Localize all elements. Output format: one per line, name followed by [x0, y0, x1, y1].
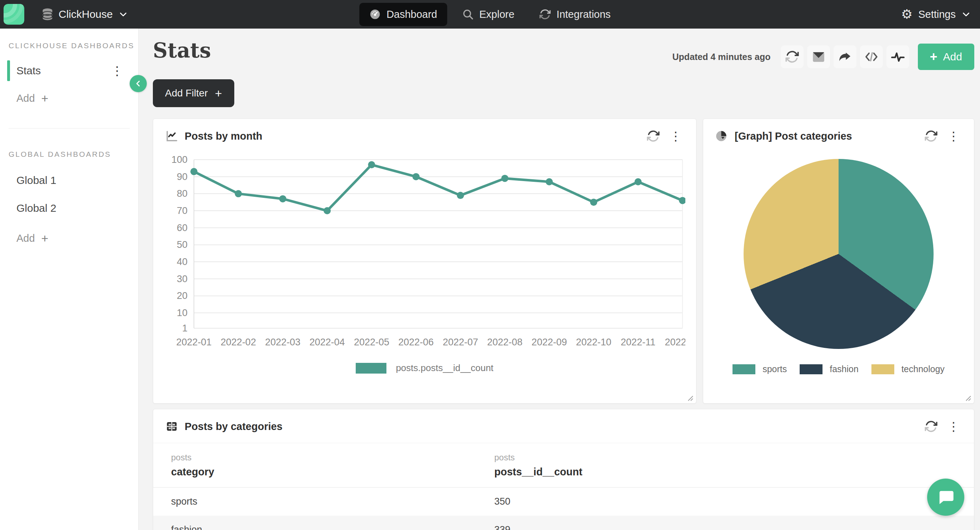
database-icon: [42, 8, 53, 21]
email-dashboard-button[interactable]: [807, 45, 830, 68]
sidebar-add-global-dashboard-button[interactable]: Add +: [0, 231, 138, 245]
column-group: posts: [494, 452, 974, 463]
settings-label: Settings: [918, 9, 956, 21]
activity-button[interactable]: [886, 45, 909, 68]
active-indicator: [7, 60, 10, 81]
svg-text:1: 1: [182, 323, 188, 334]
legend-swatch: [356, 363, 387, 374]
settings-menu[interactable]: ⚙ Settings: [901, 8, 971, 21]
app-logo[interactable]: [3, 4, 24, 25]
card-post-categories: [Graph] Post categories ⋮: [703, 119, 974, 404]
svg-text:2022-08: 2022-08: [487, 337, 522, 347]
legend-item-fashion: fashion: [800, 364, 859, 374]
svg-text:20: 20: [177, 290, 188, 301]
plus-icon: +: [930, 49, 937, 64]
tab-explore-label: Explore: [479, 9, 514, 21]
svg-text:2022-11: 2022-11: [621, 337, 655, 347]
gauge-icon: [369, 9, 381, 20]
sidebar-add-global-label: Add: [16, 232, 35, 244]
legend-swatch: [800, 364, 822, 374]
sidebar-section-global-title: GLOBAL DASHBOARDS: [0, 150, 138, 159]
card-posts-by-month: Posts by month ⋮ 11020304050607080901002…: [153, 119, 697, 404]
table-row[interactable]: fashion 339: [153, 516, 974, 530]
embed-code-button[interactable]: [860, 45, 883, 68]
refresh-dashboard-button[interactable]: [781, 45, 803, 68]
line-chart-plot: 11020304050607080901002022-012022-022022…: [164, 150, 686, 360]
card-post-categories-header: [Graph] Post categories ⋮: [703, 119, 974, 146]
add-widget-button[interactable]: + Add: [918, 44, 974, 70]
svg-text:2022-01: 2022-01: [176, 337, 212, 347]
mail-icon: [812, 50, 826, 64]
app-logo-icon: [3, 4, 24, 25]
refresh-widget-button[interactable]: [647, 130, 660, 143]
refresh-icon: [785, 50, 799, 64]
sidebar-add-dashboard-button[interactable]: Add +: [0, 91, 138, 105]
cell-count: 339: [476, 516, 974, 530]
chat-widget-button[interactable]: [927, 479, 964, 516]
svg-text:2022-12: 2022-12: [665, 337, 686, 347]
tab-explore[interactable]: Explore: [452, 3, 524, 26]
svg-text:40: 40: [177, 256, 188, 267]
svg-text:100: 100: [172, 154, 188, 165]
tab-integrations[interactable]: Integrations: [529, 3, 621, 26]
kebab-icon[interactable]: ⋮: [111, 64, 123, 78]
kebab-icon[interactable]: ⋮: [666, 129, 686, 143]
resize-handle[interactable]: [965, 395, 971, 401]
sidebar-item-global-1[interactable]: Global 1: [0, 174, 138, 186]
dashboard-actions: Updated 4 minutes ago: [673, 39, 974, 70]
sidebar: CLICKHOUSE DASHBOARDS Stats ⋮ Add + GLOB…: [0, 29, 138, 530]
sidebar-item-stats[interactable]: Stats ⋮: [0, 59, 138, 82]
chevron-down-icon: [119, 10, 128, 19]
svg-text:10: 10: [177, 307, 188, 318]
datasource-switcher[interactable]: ClickHouse: [42, 8, 128, 21]
plus-icon: +: [215, 86, 222, 100]
sidebar-section-clickhouse-title: CLICKHOUSE DASHBOARDS: [0, 41, 138, 50]
kebab-icon[interactable]: ⋮: [944, 129, 963, 143]
refresh-widget-button[interactable]: [924, 420, 937, 433]
svg-text:80: 80: [177, 188, 188, 199]
line-chart: 11020304050607080901002022-012022-022022…: [153, 146, 696, 374]
refresh-icon: [924, 420, 937, 433]
card-posts-by-categories-header: Posts by categories ⋮: [153, 409, 974, 436]
card-title: [Graph] Post categories: [735, 131, 852, 142]
pie-chart: sports fashion technology: [703, 146, 974, 374]
svg-text:2022-02: 2022-02: [221, 337, 256, 347]
svg-text:2022-05: 2022-05: [354, 337, 389, 347]
sidebar-add-label: Add: [16, 92, 35, 104]
svg-text:30: 30: [177, 274, 188, 284]
add-filter-button[interactable]: Add Filter +: [153, 79, 234, 107]
chat-bubble-icon: [936, 488, 955, 506]
refresh-icon: [924, 130, 937, 143]
kebab-icon[interactable]: ⋮: [944, 419, 963, 434]
add-filter-label: Add Filter: [165, 88, 208, 99]
svg-text:50: 50: [177, 239, 188, 250]
column-header-posts-id-count[interactable]: posts posts__id__count: [476, 443, 974, 487]
cell-category: sports: [153, 487, 476, 516]
tab-dashboard-label: Dashboard: [387, 9, 437, 21]
refresh-widget-button[interactable]: [924, 130, 937, 143]
cards-row: Posts by month ⋮ 11020304050607080901002…: [153, 119, 974, 404]
top-nav: ClickHouse Dashboard Explore: [0, 0, 980, 29]
resize-handle[interactable]: [687, 395, 693, 401]
chevron-down-icon: [961, 10, 971, 19]
posts-by-categories-table: posts category posts posts__id__count sp…: [153, 443, 974, 530]
line-chart-legend: posts.posts__id__count: [164, 363, 686, 374]
tab-integrations-label: Integrations: [557, 9, 611, 21]
column-header-category[interactable]: posts category: [153, 443, 476, 487]
sidebar-collapse-button[interactable]: [130, 75, 147, 92]
brand-label: ClickHouse: [59, 8, 113, 21]
legend-item-sports: sports: [732, 364, 787, 374]
tab-dashboard[interactable]: Dashboard: [359, 3, 447, 26]
table-icon: [165, 420, 178, 433]
legend-label: posts.posts__id__count: [396, 363, 493, 374]
code-icon: [864, 49, 878, 64]
svg-text:2022-09: 2022-09: [531, 337, 567, 347]
sidebar-item-global-2[interactable]: Global 2: [0, 202, 138, 214]
page-title: Stats: [153, 39, 211, 62]
table-row[interactable]: sports 350: [153, 487, 974, 516]
dashboard-header: Stats Updated 4 minutes ago: [153, 39, 974, 70]
card-posts-by-categories: Posts by categories ⋮: [153, 409, 974, 530]
share-dashboard-button[interactable]: [834, 45, 856, 68]
plus-icon: +: [41, 231, 49, 245]
pie-chart-legend: sports fashion technology: [732, 364, 945, 374]
